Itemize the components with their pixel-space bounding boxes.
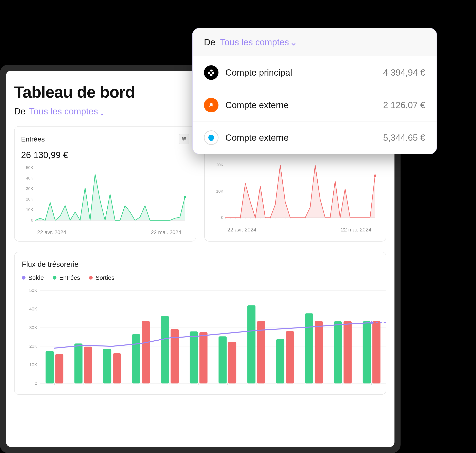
ing-icon <box>204 98 218 112</box>
svg-rect-34 <box>74 343 83 383</box>
svg-text:10K: 10K <box>29 362 37 367</box>
svg-rect-35 <box>84 347 92 383</box>
entries-card-title: Entrées <box>21 135 45 143</box>
chevron-down-icon <box>290 39 296 45</box>
svg-rect-40 <box>132 334 140 383</box>
svg-point-4 <box>184 138 185 139</box>
account-name: Compte externe <box>225 100 376 110</box>
popover-from-value[interactable]: Tous les comptes <box>220 37 296 47</box>
from-label: De <box>14 106 25 116</box>
barclays-icon <box>204 130 218 145</box>
legend-entrees: Entrées <box>53 274 80 281</box>
exits-x-end: 22 mai. 2024 <box>341 226 371 233</box>
account-row[interactable]: Compte externe2 126,07 € <box>193 89 437 121</box>
chevron-down-icon <box>100 109 104 114</box>
legend-sorties: Sorties <box>89 274 114 281</box>
svg-rect-49 <box>218 336 227 383</box>
svg-rect-38 <box>113 353 121 383</box>
svg-rect-43 <box>161 316 169 383</box>
svg-text:10K: 10K <box>216 189 223 193</box>
entries-x-end: 22 mai. 2024 <box>151 229 181 235</box>
popover-header[interactable]: De Tous les comptes <box>193 28 437 57</box>
svg-rect-64 <box>363 321 371 383</box>
svg-rect-65 <box>372 321 381 383</box>
svg-text:50K: 50K <box>26 166 33 170</box>
svg-text:0: 0 <box>221 215 223 220</box>
account-dropdown-popover: De Tous les comptes Compte principal4 39… <box>192 28 437 154</box>
legend-solde: Solde <box>22 274 44 281</box>
exits-x-start: 22 avr. 2024 <box>227 226 256 233</box>
account-name: Compte principal <box>225 68 376 78</box>
svg-point-70 <box>212 71 214 74</box>
qonto-icon <box>204 65 218 80</box>
svg-text:0: 0 <box>35 381 37 386</box>
entries-x-start: 22 avr. 2024 <box>37 229 66 235</box>
svg-point-71 <box>210 74 213 76</box>
entries-card: Entrées 26 130,99 € 010K20K30K40K50K 22 … <box>14 126 196 241</box>
svg-rect-55 <box>276 339 284 383</box>
cashflow-card: Flux de trésorerie Solde Entrées Sorties… <box>14 252 386 395</box>
svg-point-75 <box>212 104 212 104</box>
svg-text:40K: 40K <box>26 176 33 180</box>
from-value[interactable]: Tous les comptes <box>29 106 104 116</box>
entries-sparkline: 010K20K30K40K50K <box>21 166 189 226</box>
account-balance: 2 126,07 € <box>383 100 425 110</box>
svg-text:10K: 10K <box>26 207 33 212</box>
svg-point-3 <box>183 137 184 138</box>
svg-rect-50 <box>228 342 236 383</box>
svg-text:20K: 20K <box>26 197 33 201</box>
popover-from-label: De <box>204 37 215 47</box>
svg-text:20K: 20K <box>29 344 37 349</box>
dot-icon <box>89 276 93 280</box>
svg-point-13 <box>184 196 186 198</box>
dot-icon <box>22 276 25 280</box>
entries-filter-button[interactable] <box>179 134 189 144</box>
account-row[interactable]: Compte externe5,344.65 € <box>193 121 437 154</box>
svg-point-18 <box>374 174 376 177</box>
account-name: Compte externe <box>225 133 376 143</box>
account-balance: 5,344.65 € <box>383 133 425 143</box>
svg-text:0: 0 <box>31 218 33 222</box>
cashflow-title: Flux de trésorerie <box>22 260 379 269</box>
popover-from-value-text: Tous les comptes <box>220 37 289 47</box>
entries-amount: 26 130,99 € <box>21 150 189 160</box>
cashflow-legend: Solde Entrées Sorties <box>22 274 379 281</box>
svg-text:30K: 30K <box>29 325 37 330</box>
svg-rect-46 <box>190 331 198 383</box>
svg-rect-58 <box>305 313 313 383</box>
svg-rect-59 <box>315 321 323 383</box>
svg-text:40K: 40K <box>29 306 37 311</box>
sliders-icon <box>181 136 187 142</box>
exits-sparkline: 010K20K <box>211 163 380 224</box>
svg-rect-56 <box>286 331 294 383</box>
svg-point-74 <box>210 104 211 104</box>
svg-rect-47 <box>200 332 208 383</box>
account-balance: 4 394,94 € <box>383 68 425 78</box>
svg-rect-32 <box>55 354 63 383</box>
from-value-text: Tous les comptes <box>29 106 98 116</box>
svg-point-69 <box>208 71 210 74</box>
svg-text:50K: 50K <box>29 289 37 293</box>
account-list: Compte principal4 394,94 €Compte externe… <box>193 57 437 154</box>
svg-rect-41 <box>142 321 150 383</box>
svg-rect-61 <box>334 321 342 383</box>
account-row[interactable]: Compte principal4 394,94 € <box>193 57 437 89</box>
svg-rect-31 <box>45 351 54 383</box>
svg-text:20K: 20K <box>216 163 223 167</box>
svg-point-73 <box>210 103 213 106</box>
svg-text:30K: 30K <box>26 186 33 191</box>
svg-point-68 <box>210 70 213 71</box>
cashflow-chart: 010K20K30K40K50K <box>22 289 390 394</box>
svg-rect-62 <box>344 321 352 383</box>
svg-point-5 <box>183 139 184 140</box>
svg-rect-52 <box>247 305 255 383</box>
dot-icon <box>53 276 57 280</box>
svg-rect-37 <box>103 349 111 383</box>
